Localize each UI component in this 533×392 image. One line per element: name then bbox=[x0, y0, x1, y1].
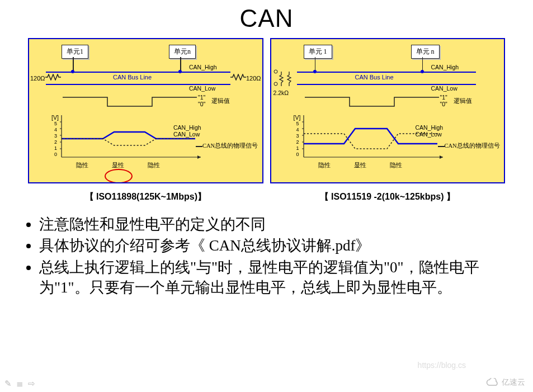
term-left: 2.2kΩ bbox=[273, 89, 289, 96]
page-title: CAN bbox=[0, 4, 533, 32]
unit1-box: 单元1 bbox=[62, 45, 88, 59]
sig-high-label: CAN_High bbox=[416, 124, 444, 131]
can-low-label: CAN_Low bbox=[431, 85, 457, 92]
diagram-row: 单元1 单元n CAN Bus Line CAN_High CAN_Low 12… bbox=[0, 38, 533, 203]
line-end-icon bbox=[272, 67, 297, 89]
arrow-to-phys bbox=[438, 146, 445, 147]
next-arrow-icon[interactable]: ⇨ bbox=[28, 379, 35, 389]
vunit-label: [V] bbox=[294, 114, 301, 121]
voltage-chart-right bbox=[300, 115, 446, 166]
logic1-label: "1" bbox=[198, 94, 205, 101]
tap-dot bbox=[71, 70, 74, 73]
cloud-icon bbox=[486, 378, 498, 387]
can-high-label: CAN_High bbox=[431, 64, 459, 70]
svg-marker-2 bbox=[197, 155, 201, 159]
source-url: https://blog.cs bbox=[418, 361, 466, 370]
logic-waveform bbox=[305, 95, 439, 110]
panel-box-left: 单元1 单元n CAN Bus Line CAN_High CAN_Low 12… bbox=[28, 38, 263, 183]
seg-b: 显性 bbox=[354, 161, 366, 169]
logic0-label: "0" bbox=[198, 101, 205, 107]
pen-icon[interactable]: ✎ bbox=[4, 379, 12, 389]
panel-iso11519: 单元 1 单元 n CAN Bus Line CAN_High CAN_Low … bbox=[270, 38, 506, 203]
svg-marker-12 bbox=[440, 155, 443, 159]
term-right: 120Ω bbox=[230, 74, 261, 82]
tap-dot bbox=[178, 70, 182, 73]
sig-low-label: CAN_Low bbox=[173, 131, 200, 138]
busline-label: CAN Bus Line bbox=[113, 74, 152, 81]
y-axis-ticks: 543210 bbox=[291, 121, 299, 158]
bullet-item: 总线上执行逻辑上的线"与"时，显性电平的逻辑值为"0"，隐性电平为"1"。只要有… bbox=[39, 257, 511, 298]
logic-label: 逻辑值 bbox=[454, 97, 472, 105]
can-high-label: CAN_High bbox=[189, 64, 217, 70]
sig-high-label: CAN_High bbox=[173, 124, 201, 131]
arrow-to-phys bbox=[196, 146, 202, 147]
phys-label: CAN总线的物理信号 bbox=[202, 142, 258, 150]
seg-c: 隐性 bbox=[390, 161, 402, 169]
seg-a: 隐性 bbox=[76, 161, 88, 169]
y-axis-ticks: 543210 bbox=[49, 121, 57, 158]
bullet-item: 注意隐性和显性电平的定义的不同 bbox=[39, 214, 511, 234]
logic0-label: "0" bbox=[440, 101, 447, 107]
caption-right: 【 ISO11519 -2(10k~125kbps) 】 bbox=[270, 191, 506, 203]
svg-point-9 bbox=[274, 82, 277, 86]
menu-icon[interactable]: ≣ bbox=[16, 379, 23, 389]
caption-left: 【 ISO11898(125K~1Mbps)】 bbox=[28, 191, 263, 203]
can-low-label: CAN_Low bbox=[189, 85, 215, 92]
slide-toolbar: ✎ ≣ ⇨ bbox=[4, 379, 35, 389]
logic-label: 逻辑值 bbox=[211, 97, 230, 105]
bus-can-high bbox=[297, 72, 476, 73]
sig-low-label: CAN_Low bbox=[416, 131, 442, 138]
phys-label: CAN总线的物理信号 bbox=[445, 142, 500, 150]
unitn-box: 单元 n bbox=[411, 45, 440, 59]
svg-point-8 bbox=[274, 70, 277, 73]
bullet-list: 注意隐性和显性电平的定义的不同 具体协议的介绍可参考《 CAN总线协议讲解.pd… bbox=[0, 212, 533, 298]
seg-a: 隐性 bbox=[318, 161, 331, 169]
busline-label: CAN Bus Line bbox=[355, 74, 394, 81]
tap-dot bbox=[313, 70, 317, 73]
seg-b: 显性 bbox=[112, 161, 124, 169]
brand-watermark: 亿速云 bbox=[486, 377, 525, 388]
unitn-box: 单元n bbox=[169, 45, 196, 59]
unit1-box: 单元 1 bbox=[304, 45, 332, 59]
panel-box-right: 单元 1 单元 n CAN Bus Line CAN_High CAN_Low … bbox=[270, 38, 506, 183]
vunit-label: [V] bbox=[51, 114, 59, 121]
logic1-label: "1" bbox=[440, 94, 447, 101]
bullet-item: 具体协议的介绍可参考《 CAN总线协议讲解.pdf》 bbox=[39, 235, 511, 256]
circle-annotation bbox=[105, 169, 133, 183]
tap-dot bbox=[421, 70, 424, 73]
seg-c: 隐性 bbox=[148, 161, 160, 169]
term-left: 120Ω bbox=[30, 74, 61, 82]
panel-iso11898: 单元1 单元n CAN Bus Line CAN_High CAN_Low 12… bbox=[28, 38, 263, 203]
logic-waveform bbox=[63, 95, 197, 110]
voltage-chart-left bbox=[58, 115, 204, 166]
